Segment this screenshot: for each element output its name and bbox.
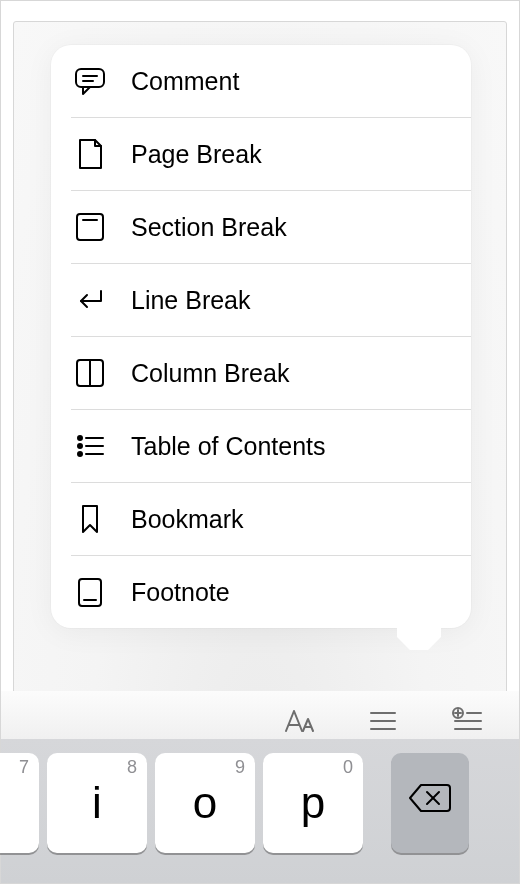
svg-point-7 xyxy=(78,436,82,440)
popover-tail xyxy=(397,628,441,650)
menu-item-label: Page Break xyxy=(131,140,262,169)
menu-item-label: Column Break xyxy=(131,359,289,388)
menu-item-label: Line Break xyxy=(131,286,251,315)
text-size-icon xyxy=(281,703,317,743)
key-hint: 9 xyxy=(235,757,245,778)
menu-item-section-break[interactable]: Section Break xyxy=(71,190,471,263)
menu-item-label: Footnote xyxy=(131,578,230,607)
keyboard-row: 7 u 8 i 9 o 0 p xyxy=(1,739,519,883)
key-p[interactable]: 0 p xyxy=(263,753,363,853)
svg-point-9 xyxy=(78,452,82,456)
footnote-icon xyxy=(73,575,107,609)
menu-item-label: Table of Contents xyxy=(131,432,326,461)
key-hint: 7 xyxy=(19,757,29,778)
menu-item-table-of-contents[interactable]: Table of Contents xyxy=(71,409,471,482)
key-u[interactable]: 7 u xyxy=(0,753,39,853)
insert-menu-popover: Comment Page Break Sec xyxy=(51,45,471,628)
menu-item-comment[interactable]: Comment xyxy=(51,45,471,117)
key-hint: 8 xyxy=(127,757,137,778)
svg-point-8 xyxy=(78,444,82,448)
svg-rect-13 xyxy=(79,579,101,606)
key-o[interactable]: 9 o xyxy=(155,753,255,853)
key-label: i xyxy=(92,778,102,828)
delete-left-icon xyxy=(407,775,453,831)
line-break-icon xyxy=(73,283,107,317)
page-break-icon xyxy=(73,137,107,171)
paragraph-icon xyxy=(365,703,401,743)
key-hint: 0 xyxy=(343,757,353,778)
menu-item-label: Bookmark xyxy=(131,505,244,534)
key-i[interactable]: 8 i xyxy=(47,753,147,853)
key-backspace[interactable] xyxy=(391,753,469,853)
menu-item-line-break[interactable]: Line Break xyxy=(71,263,471,336)
menu-item-bookmark[interactable]: Bookmark xyxy=(71,482,471,555)
section-break-icon xyxy=(73,210,107,244)
svg-rect-0 xyxy=(76,69,104,87)
menu-item-footnote[interactable]: Footnote xyxy=(71,555,471,628)
key-label: u xyxy=(0,778,1,828)
comment-icon xyxy=(73,64,107,98)
menu-item-column-break[interactable]: Column Break xyxy=(71,336,471,409)
toc-icon xyxy=(73,429,107,463)
svg-rect-3 xyxy=(77,214,103,240)
column-break-icon xyxy=(73,356,107,390)
insert-icon xyxy=(449,703,485,743)
menu-item-page-break[interactable]: Page Break xyxy=(71,117,471,190)
screen: Comment Page Break Sec xyxy=(0,0,520,884)
key-label: o xyxy=(193,778,217,828)
menu-item-label: Section Break xyxy=(131,213,287,242)
menu-item-label: Comment xyxy=(131,67,239,96)
bookmark-icon xyxy=(73,502,107,536)
key-label: p xyxy=(301,778,325,828)
